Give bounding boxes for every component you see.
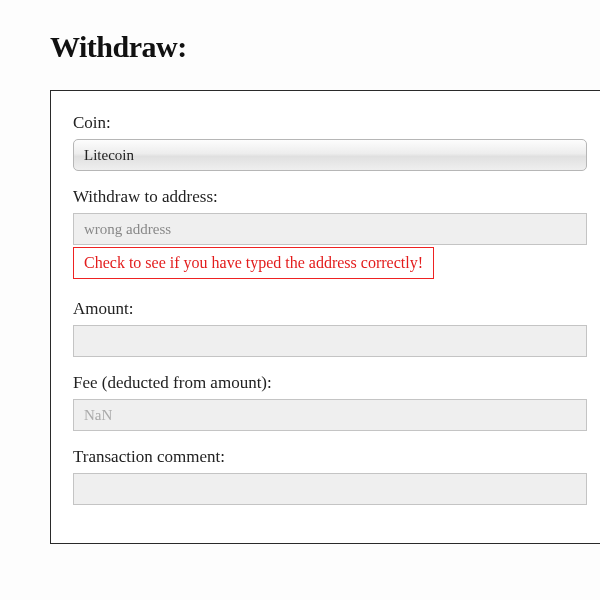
page-title: Withdraw:	[50, 30, 600, 64]
address-input[interactable]	[73, 213, 587, 245]
amount-input[interactable]	[73, 325, 587, 357]
address-error-message: Check to see if you have typed the addre…	[73, 247, 434, 279]
comment-field: Transaction comment:	[73, 447, 587, 505]
withdraw-page: Withdraw: Coin: Litecoin Withdraw to add…	[0, 0, 600, 544]
fee-field: Fee (deducted from amount):	[73, 373, 587, 431]
withdraw-form-panel: Coin: Litecoin Withdraw to address: Chec…	[50, 90, 600, 544]
comment-label: Transaction comment:	[73, 447, 587, 467]
address-label: Withdraw to address:	[73, 187, 587, 207]
coin-field: Coin: Litecoin	[73, 113, 587, 171]
amount-label: Amount:	[73, 299, 587, 319]
address-field: Withdraw to address: Check to see if you…	[73, 187, 587, 283]
coin-label: Coin:	[73, 113, 587, 133]
fee-label: Fee (deducted from amount):	[73, 373, 587, 393]
amount-field: Amount:	[73, 299, 587, 357]
coin-select[interactable]: Litecoin	[73, 139, 587, 171]
comment-input[interactable]	[73, 473, 587, 505]
fee-display	[73, 399, 587, 431]
